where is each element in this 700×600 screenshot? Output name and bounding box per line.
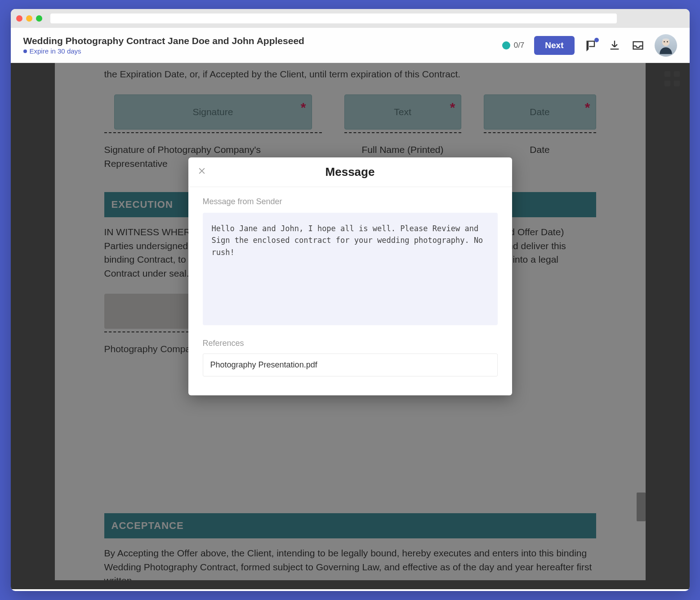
window-zoom-dot[interactable] (36, 15, 42, 22)
url-bar[interactable] (50, 13, 617, 23)
next-button[interactable]: Next (534, 36, 574, 55)
progress-text: 0/7 (514, 41, 525, 50)
reference-file[interactable]: Photography Presentation.pdf (203, 354, 498, 376)
browser-chrome (11, 9, 690, 28)
expire-text: Expire in 30 days (30, 47, 81, 55)
progress-dot-icon (502, 41, 510, 49)
progress-indicator: 0/7 (502, 41, 525, 50)
svg-point-3 (667, 41, 668, 42)
document-viewport: the Expiration Date, or, if Accepted by … (11, 63, 690, 589)
app-window: Wedding Photography Contract Jane Doe an… (11, 9, 690, 591)
app-header: Wedding Photography Contract Jane Doe an… (11, 28, 690, 63)
expire-dot-icon (23, 49, 27, 53)
inbox-button[interactable] (631, 39, 645, 52)
references-label: References (203, 339, 498, 348)
messages-button[interactable] (584, 39, 598, 52)
modal-header: Message (188, 157, 512, 187)
window-minimize-dot[interactable] (26, 15, 32, 22)
modal-close-button[interactable] (197, 166, 209, 178)
sender-label: Message from Sender (203, 197, 498, 206)
expire-indicator: Expire in 30 days (23, 47, 304, 55)
svg-point-2 (664, 41, 665, 42)
document-title: Wedding Photography Contract Jane Doe an… (23, 36, 304, 46)
notification-badge-icon (594, 38, 599, 42)
window-close-dot[interactable] (16, 15, 22, 22)
message-body: Hello Jane and John, I hope all is well.… (203, 213, 498, 325)
message-modal: Message Message from Sender Hello Jane a… (188, 157, 512, 395)
download-button[interactable] (608, 39, 621, 52)
modal-title: Message (325, 165, 375, 179)
user-avatar[interactable] (655, 34, 677, 57)
